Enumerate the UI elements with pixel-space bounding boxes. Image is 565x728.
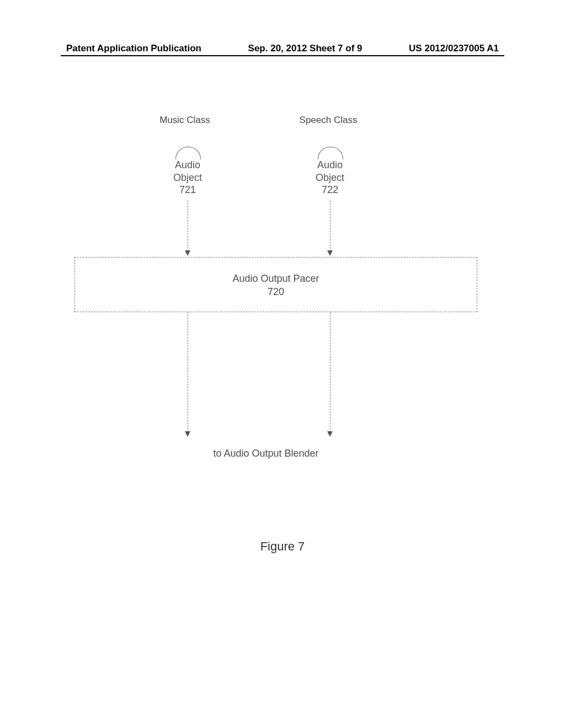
arrow-line [188,312,188,432]
header-center: Sep. 20, 2012 Sheet 7 of 9 [248,43,363,54]
music-class-label: Music Class [130,115,240,126]
audio-object-line: Object [173,172,202,183]
page: Patent Application Publication Sep. 20, … [0,0,565,728]
arrow-line [330,312,331,432]
pacer-title: Audio Output Pacer [232,273,319,284]
figure-caption: Figure 7 [0,539,565,554]
header-divider [61,55,504,56]
audio-object-num: 722 [322,184,338,195]
audio-object-line: Audio [175,159,200,170]
page-header: Patent Application Publication Sep. 20, … [66,43,499,54]
audio-object-num: 721 [179,184,196,195]
audio-object-722: Audio Object 722 [297,159,363,196]
arc-icon [318,147,343,159]
speech-class-label: Speech Class [273,115,383,126]
audio-object-line: Audio [317,159,343,170]
arc-icon [175,147,201,159]
header-left: Patent Application Publication [66,43,201,54]
output-blender-label: to Audio Output Blender [0,448,565,459]
audio-object-line: Object [316,172,344,183]
arrow-down-icon [327,250,333,256]
arrow-down-icon [327,431,333,437]
arrow-down-icon [185,431,190,437]
audio-object-721: Audio Object 721 [154,159,221,196]
arrow-down-icon [185,250,190,256]
arrow-line [330,200,331,251]
pacer-num: 720 [268,286,284,297]
audio-output-pacer-box: Audio Output Pacer 720 [74,257,477,312]
header-right: US 2012/0237005 A1 [409,43,499,54]
arrow-line [188,200,188,251]
